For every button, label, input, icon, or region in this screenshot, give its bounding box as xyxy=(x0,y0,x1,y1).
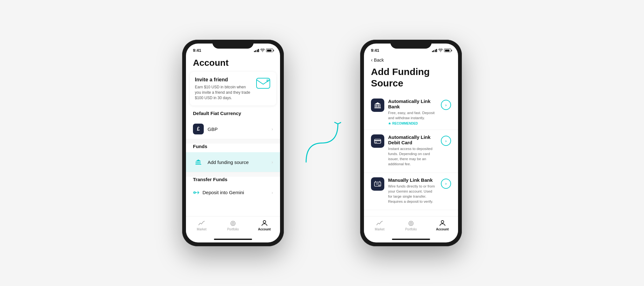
home-indicator xyxy=(214,239,252,240)
nav-account-2[interactable]: Account xyxy=(427,220,458,231)
market-icon-2 xyxy=(376,220,383,227)
portfolio-icon-2 xyxy=(408,220,414,227)
bottom-nav: Market Portfolio xyxy=(186,216,280,237)
funding-option-card[interactable]: Automatically Link Debit Card Instant ac… xyxy=(364,130,458,173)
wifi-icon-2 xyxy=(438,49,443,52)
debit-card-desc: Instant access to deposited funds. Depen… xyxy=(388,146,437,167)
screen-content: Account Invite a friend Earn $10 USD in … xyxy=(186,55,280,216)
svg-point-24 xyxy=(409,221,413,226)
add-funding-item[interactable]: Add funding source › xyxy=(186,152,280,172)
portfolio-icon xyxy=(230,220,236,227)
deposit-label: Deposit into Gemini xyxy=(202,190,271,195)
nav-portfolio-2[interactable]: Portfolio xyxy=(395,220,427,231)
bank-icon-box xyxy=(193,157,204,167)
auto-bank-chevron-btn[interactable]: › xyxy=(441,100,451,110)
bank-icon xyxy=(195,159,202,165)
svg-rect-16 xyxy=(380,105,380,107)
signal-bars-icon-2 xyxy=(432,49,437,52)
svg-marker-17 xyxy=(374,102,381,104)
svg-rect-5 xyxy=(198,161,199,164)
chevron-right-icon-3: › xyxy=(271,190,273,195)
status-icons-2 xyxy=(432,49,451,52)
debit-card-icon-box xyxy=(371,134,384,148)
deposit-item[interactable]: Deposit into Gemini › xyxy=(186,185,280,200)
battery-icon xyxy=(266,49,273,52)
nav-portfolio-label-2: Portfolio xyxy=(405,228,417,231)
phone-funding: 9:41 xyxy=(360,40,462,246)
svg-point-26 xyxy=(441,221,444,223)
wire-desc: Wire funds directly to or from your Gemi… xyxy=(388,184,437,204)
deposit-arrow-icon xyxy=(193,190,200,195)
add-funding-label: Add funding source xyxy=(208,160,271,165)
svg-rect-13 xyxy=(375,105,376,107)
screen-content-2: ‹ Back Add Funding Source xyxy=(364,55,458,216)
page-title: Account xyxy=(186,55,280,72)
back-chevron-icon: ‹ xyxy=(371,57,373,63)
currency-label: GBP xyxy=(208,126,271,132)
nav-portfolio-label: Portfolio xyxy=(227,228,239,231)
status-time: 9:41 xyxy=(193,48,201,53)
svg-rect-4 xyxy=(197,161,198,164)
debit-card-title: Automatically Link Debit Card xyxy=(388,134,437,145)
nav-market-2[interactable]: Market xyxy=(364,220,395,231)
svg-rect-21 xyxy=(375,142,377,143)
back-label: Back xyxy=(374,58,384,63)
phone-inner-2: 9:41 xyxy=(364,44,458,242)
auto-bank-desc: Free, easy, and fast. Deposit and withdr… xyxy=(388,110,437,120)
bottom-nav-2: Market Portfolio xyxy=(364,216,458,237)
svg-rect-19 xyxy=(374,139,381,143)
wire-title: Manually Link Bank xyxy=(388,177,437,183)
svg-marker-7 xyxy=(196,160,201,161)
section-currency-label: Default Fiat Currency xyxy=(186,111,280,119)
svg-rect-14 xyxy=(376,105,377,107)
auto-bank-icon-box xyxy=(371,99,384,112)
notch-2 xyxy=(390,40,432,49)
status-time-2: 9:41 xyxy=(371,48,379,53)
section-divider-2 xyxy=(186,172,280,177)
funding-option-wire[interactable]: Manually Link Bank Wire funds directly t… xyxy=(364,173,458,210)
wire-transfer-icon xyxy=(374,181,381,187)
add-funding-title: Add Funding Source xyxy=(364,64,458,94)
status-icons xyxy=(254,49,273,52)
auto-bank-title: Automatically Link Bank xyxy=(388,99,437,109)
nav-portfolio[interactable]: Portfolio xyxy=(217,220,249,231)
svg-rect-6 xyxy=(200,161,200,164)
nav-market-label-2: Market xyxy=(375,228,385,231)
recommended-label: RECOMMENDED xyxy=(392,122,418,125)
currency-symbol: £ xyxy=(193,124,204,134)
svg-point-10 xyxy=(231,221,235,226)
funding-option-bank[interactable]: Automatically Link Bank Free, easy, and … xyxy=(364,94,458,130)
notch xyxy=(212,40,254,49)
chevron-right-icon-2: › xyxy=(271,160,273,165)
curved-arrow-icon xyxy=(303,111,341,175)
nav-market[interactable]: Market xyxy=(186,220,217,231)
svg-rect-18 xyxy=(374,107,381,108)
invite-card[interactable]: Invite a friend Earn $10 USD in bitcoin … xyxy=(190,72,276,106)
nav-market-label: Market xyxy=(197,228,207,231)
wire-chevron-btn[interactable]: › xyxy=(441,179,451,189)
back-button[interactable]: ‹ Back xyxy=(364,55,458,64)
debit-card-chevron-btn[interactable]: › xyxy=(441,136,451,146)
recommended-badge: ★ RECOMMENDED xyxy=(388,122,437,125)
section-divider xyxy=(186,139,280,144)
signal-bars-icon xyxy=(254,49,259,52)
svg-rect-3 xyxy=(196,161,196,164)
flow-arrow xyxy=(303,111,341,175)
wifi-icon xyxy=(260,49,265,52)
svg-rect-15 xyxy=(378,105,379,107)
section-transfer-label: Transfer Funds xyxy=(186,177,280,185)
debit-card-icon xyxy=(374,139,381,144)
auto-bank-icon xyxy=(374,102,381,108)
battery-icon-2 xyxy=(444,49,451,52)
account-icon-2 xyxy=(439,220,446,227)
account-person-icon xyxy=(261,220,268,227)
section-funds-label: Funds xyxy=(186,144,280,152)
nav-account[interactable]: Account xyxy=(249,220,280,231)
svg-point-25 xyxy=(410,222,412,224)
scene: 9:41 Acc xyxy=(182,40,462,246)
invite-description: Earn $10 USD in bitcoin when you invite … xyxy=(195,85,251,100)
invite-envelope-icon: $ xyxy=(255,77,271,90)
wire-icon-box xyxy=(371,177,384,191)
currency-item[interactable]: £ GBP › xyxy=(186,119,280,139)
phone-account: 9:41 Acc xyxy=(182,40,284,246)
